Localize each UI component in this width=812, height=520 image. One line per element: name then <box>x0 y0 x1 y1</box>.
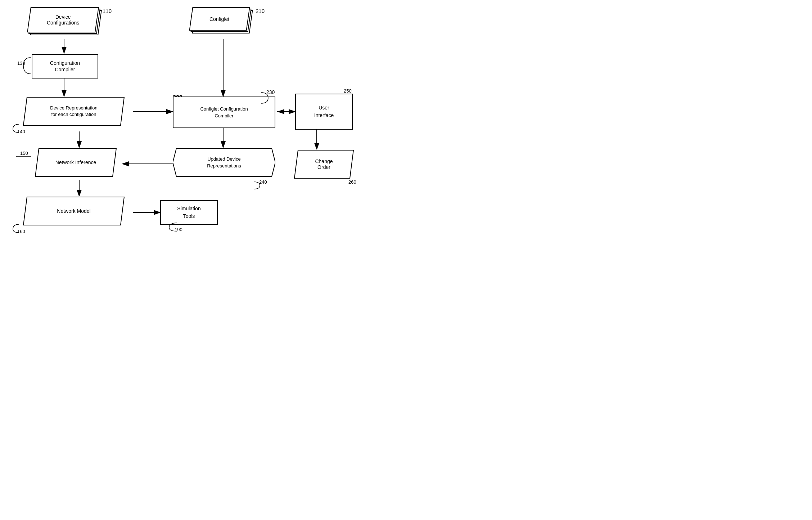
brace-140 <box>10 122 21 133</box>
device-rep-label: Device Representationfor each configurat… <box>50 105 98 118</box>
brace-130 <box>20 56 32 76</box>
network-model-box: Network Model <box>18 196 130 226</box>
label-250: 250 <box>344 88 352 94</box>
updated-device-rep-label: Updated DeviceRepresentations <box>207 156 241 170</box>
diagram: DeviceConfigurations 110 ConfigurationCo… <box>0 0 406 260</box>
config-compiler-box: ConfigurationCompiler <box>32 54 98 79</box>
label-110: 110 <box>103 8 112 14</box>
network-model-label: Network Model <box>57 208 90 214</box>
brace-240 <box>252 180 263 191</box>
user-interface-box: UserInterface <box>295 94 353 130</box>
network-inference-box: Network Inference <box>32 148 120 177</box>
config-compiler-label: ConfigurationCompiler <box>50 60 80 73</box>
label-260: 260 <box>348 179 356 185</box>
label-210: 210 <box>256 8 265 14</box>
change-order-label: ChangeOrder <box>315 158 333 170</box>
device-configs-label: DeviceConfigurations <box>47 14 79 26</box>
configlet-label: Configlet <box>209 16 229 22</box>
simulation-tools-label: SimulationTools <box>177 205 200 220</box>
device-rep-box: Device Representationfor each configurat… <box>18 97 130 126</box>
brace-160 <box>10 223 21 233</box>
network-inference-label: Network Inference <box>55 160 96 165</box>
brace-150 <box>13 151 33 162</box>
configlet-compiler-label: Configlet ConfigurationCompiler <box>200 106 248 120</box>
updated-device-rep-box: Updated DeviceRepresentations <box>173 148 275 177</box>
user-interface-label: UserInterface <box>314 104 334 119</box>
brace-230 <box>259 91 272 105</box>
brace-190 <box>166 221 179 232</box>
change-order-box: ChangeOrder <box>292 149 356 179</box>
